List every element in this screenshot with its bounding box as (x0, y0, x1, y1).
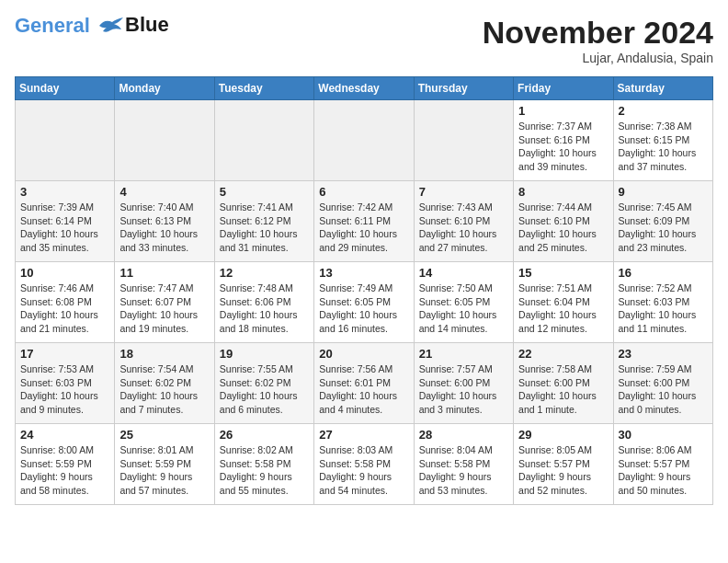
day-info: Sunrise: 8:00 AMSunset: 5:59 PMDaylight:… (20, 443, 109, 498)
day-cell (414, 100, 513, 181)
day-number: 5 (220, 185, 309, 199)
day-number: 23 (619, 347, 708, 361)
day-number: 13 (319, 266, 408, 280)
day-cell: 2Sunrise: 7:38 AMSunset: 6:15 PMDaylight… (613, 100, 712, 181)
day-number: 2 (619, 104, 708, 118)
day-info: Sunrise: 7:54 AMSunset: 6:02 PMDaylight:… (119, 362, 209, 417)
day-info: Sunrise: 8:06 AMSunset: 5:57 PMDaylight:… (619, 443, 708, 498)
day-info: Sunrise: 7:45 AMSunset: 6:09 PMDaylight:… (619, 201, 708, 255)
day-cell: 12Sunrise: 7:48 AMSunset: 6:06 PMDayligh… (214, 262, 313, 343)
day-cell: 6Sunrise: 7:42 AMSunset: 6:11 PMDaylight… (314, 181, 414, 262)
day-cell: 24Sunrise: 8:00 AMSunset: 5:59 PMDayligh… (16, 424, 115, 505)
logo-text: General (15, 15, 125, 37)
day-cell (314, 100, 414, 181)
logo: General Blue (15, 15, 169, 37)
day-cell: 18Sunrise: 7:54 AMSunset: 6:02 PMDayligh… (115, 343, 214, 424)
location: Lujar, Andalusia, Spain (483, 51, 713, 65)
day-cell: 3Sunrise: 7:39 AMSunset: 6:14 PMDaylight… (16, 181, 115, 262)
day-number: 26 (220, 428, 309, 442)
day-info: Sunrise: 7:44 AMSunset: 6:10 PMDaylight:… (518, 201, 608, 255)
day-cell: 19Sunrise: 7:55 AMSunset: 6:02 PMDayligh… (214, 343, 313, 424)
day-cell: 17Sunrise: 7:53 AMSunset: 6:03 PMDayligh… (16, 343, 115, 424)
day-cell: 7Sunrise: 7:43 AMSunset: 6:10 PMDaylight… (414, 181, 513, 262)
day-cell: 26Sunrise: 8:02 AMSunset: 5:58 PMDayligh… (214, 424, 313, 505)
day-cell: 14Sunrise: 7:50 AMSunset: 6:05 PMDayligh… (414, 262, 513, 343)
day-cell: 20Sunrise: 7:56 AMSunset: 6:01 PMDayligh… (314, 343, 414, 424)
day-info: Sunrise: 7:59 AMSunset: 6:00 PMDaylight:… (619, 362, 708, 417)
week-row-5: 24Sunrise: 8:00 AMSunset: 5:59 PMDayligh… (16, 424, 713, 505)
day-cell (16, 100, 115, 181)
day-number: 4 (119, 185, 209, 199)
day-number: 12 (220, 266, 309, 280)
day-number: 11 (119, 266, 209, 280)
month-title: November 2024 (483, 15, 713, 51)
day-info: Sunrise: 7:46 AMSunset: 6:08 PMDaylight:… (20, 282, 109, 336)
day-cell (214, 100, 313, 181)
day-info: Sunrise: 7:47 AMSunset: 6:07 PMDaylight:… (119, 282, 209, 336)
weekday-header-sunday: Sunday (16, 77, 115, 100)
day-number: 17 (20, 347, 109, 361)
weekday-header-friday: Friday (514, 77, 613, 100)
page-header: General Blue November 2024 Lujar, Andalu… (15, 15, 713, 65)
day-cell: 5Sunrise: 7:41 AMSunset: 6:12 PMDaylight… (214, 181, 313, 262)
week-row-1: 1Sunrise: 7:37 AMSunset: 6:16 PMDaylight… (16, 100, 713, 181)
logo-bird-icon (97, 17, 125, 37)
day-cell: 16Sunrise: 7:52 AMSunset: 6:03 PMDayligh… (613, 262, 712, 343)
day-info: Sunrise: 7:37 AMSunset: 6:16 PMDaylight:… (518, 120, 608, 174)
day-info: Sunrise: 7:39 AMSunset: 6:14 PMDaylight:… (20, 201, 109, 255)
day-cell: 9Sunrise: 7:45 AMSunset: 6:09 PMDaylight… (613, 181, 712, 262)
day-number: 15 (518, 266, 608, 280)
day-info: Sunrise: 7:48 AMSunset: 6:06 PMDaylight:… (220, 282, 309, 336)
day-number: 9 (619, 185, 708, 199)
weekday-header-wednesday: Wednesday (314, 77, 414, 100)
day-cell: 11Sunrise: 7:47 AMSunset: 6:07 PMDayligh… (115, 262, 214, 343)
day-info: Sunrise: 7:41 AMSunset: 6:12 PMDaylight:… (220, 201, 309, 255)
day-cell: 13Sunrise: 7:49 AMSunset: 6:05 PMDayligh… (314, 262, 414, 343)
calendar-table: SundayMondayTuesdayWednesdayThursdayFrid… (15, 76, 713, 505)
day-cell: 27Sunrise: 8:03 AMSunset: 5:58 PMDayligh… (314, 424, 414, 505)
day-number: 16 (619, 266, 708, 280)
day-number: 3 (20, 185, 109, 199)
day-number: 30 (619, 428, 708, 442)
week-row-2: 3Sunrise: 7:39 AMSunset: 6:14 PMDaylight… (16, 181, 713, 262)
day-info: Sunrise: 7:38 AMSunset: 6:15 PMDaylight:… (619, 120, 708, 174)
logo-blue: Blue (125, 13, 169, 37)
week-row-3: 10Sunrise: 7:46 AMSunset: 6:08 PMDayligh… (16, 262, 713, 343)
weekday-header-saturday: Saturday (613, 77, 712, 100)
day-cell: 21Sunrise: 7:57 AMSunset: 6:00 PMDayligh… (414, 343, 513, 424)
day-cell: 15Sunrise: 7:51 AMSunset: 6:04 PMDayligh… (514, 262, 613, 343)
day-number: 6 (319, 185, 408, 199)
day-number: 19 (220, 347, 309, 361)
day-info: Sunrise: 7:56 AMSunset: 6:01 PMDaylight:… (319, 362, 408, 417)
day-number: 10 (20, 266, 109, 280)
day-cell: 8Sunrise: 7:44 AMSunset: 6:10 PMDaylight… (514, 181, 613, 262)
day-cell: 4Sunrise: 7:40 AMSunset: 6:13 PMDaylight… (115, 181, 214, 262)
week-row-4: 17Sunrise: 7:53 AMSunset: 6:03 PMDayligh… (16, 343, 713, 424)
day-cell: 1Sunrise: 7:37 AMSunset: 6:16 PMDaylight… (514, 100, 613, 181)
day-info: Sunrise: 8:05 AMSunset: 5:57 PMDaylight:… (518, 443, 608, 498)
day-info: Sunrise: 7:49 AMSunset: 6:05 PMDaylight:… (319, 282, 408, 336)
day-cell: 10Sunrise: 7:46 AMSunset: 6:08 PMDayligh… (16, 262, 115, 343)
day-info: Sunrise: 7:43 AMSunset: 6:10 PMDaylight:… (419, 201, 508, 255)
day-info: Sunrise: 8:02 AMSunset: 5:58 PMDaylight:… (220, 443, 309, 498)
day-cell (115, 100, 214, 181)
day-info: Sunrise: 7:50 AMSunset: 6:05 PMDaylight:… (419, 282, 508, 336)
day-number: 8 (518, 185, 608, 199)
day-info: Sunrise: 8:04 AMSunset: 5:58 PMDaylight:… (419, 443, 508, 498)
day-info: Sunrise: 7:57 AMSunset: 6:00 PMDaylight:… (419, 362, 508, 417)
day-number: 20 (319, 347, 408, 361)
day-number: 14 (419, 266, 508, 280)
day-info: Sunrise: 7:42 AMSunset: 6:11 PMDaylight:… (319, 201, 408, 255)
day-cell: 22Sunrise: 7:58 AMSunset: 6:00 PMDayligh… (514, 343, 613, 424)
weekday-header-tuesday: Tuesday (214, 77, 313, 100)
day-info: Sunrise: 7:55 AMSunset: 6:02 PMDaylight:… (220, 362, 309, 417)
day-cell: 28Sunrise: 8:04 AMSunset: 5:58 PMDayligh… (414, 424, 513, 505)
day-number: 27 (319, 428, 408, 442)
weekday-header-thursday: Thursday (414, 77, 513, 100)
logo-general: General (15, 14, 90, 37)
day-number: 25 (119, 428, 209, 442)
day-info: Sunrise: 8:01 AMSunset: 5:59 PMDaylight:… (119, 443, 209, 498)
day-number: 22 (518, 347, 608, 361)
title-block: November 2024 Lujar, Andalusia, Spain (483, 15, 713, 65)
weekday-header-row: SundayMondayTuesdayWednesdayThursdayFrid… (16, 77, 713, 100)
